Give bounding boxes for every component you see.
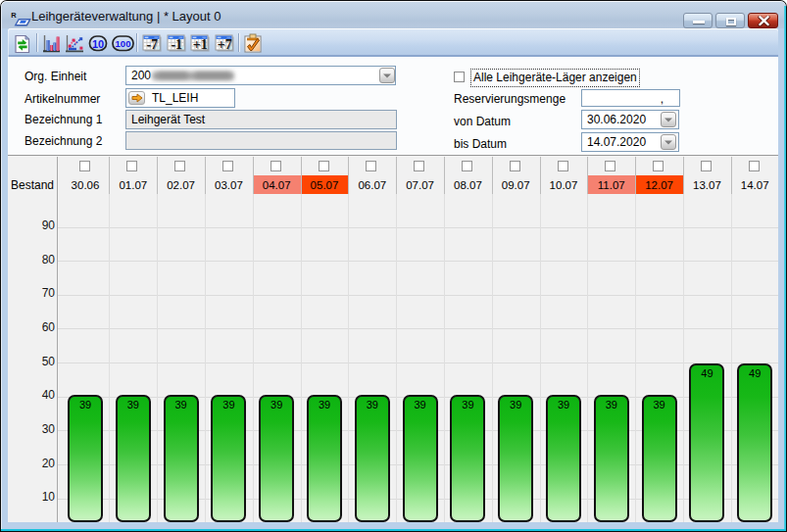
svg-text:+1: +1 — [193, 37, 208, 52]
svg-text:-7: -7 — [146, 37, 158, 52]
svg-text:100: 100 — [115, 38, 130, 49]
svg-text:10: 10 — [91, 38, 103, 50]
svg-text:+7: +7 — [217, 37, 231, 52]
svg-text:R: R — [11, 11, 17, 20]
svg-text:-1: -1 — [171, 37, 182, 52]
